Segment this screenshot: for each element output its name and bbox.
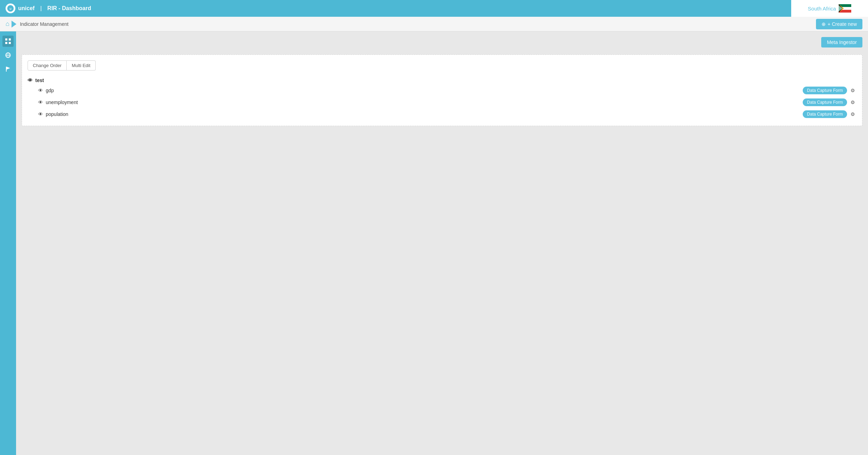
table-row: 👁 gdp Data Capture Form ⚙ — [28, 85, 856, 96]
population-actions: Data Capture Form ⚙ — [803, 110, 856, 118]
unicef-text: unicef — [18, 5, 35, 12]
unemployment-data-capture-button[interactable]: Data Capture Form — [803, 98, 847, 106]
content-area: Meta Ingestor Change Order Multi Edit 👁 … — [16, 31, 868, 455]
indicator-group-header: 👁 test — [28, 76, 856, 85]
create-new-label: + Create new — [827, 21, 857, 27]
population-data-capture-button[interactable]: Data Capture Form — [803, 110, 847, 118]
breadcrumb-arrow — [12, 21, 16, 28]
country-section: South Africa — [791, 0, 868, 17]
population-label: population — [46, 111, 803, 117]
table-row: 👁 unemployment Data Capture Form ⚙ — [28, 96, 856, 108]
population-gear-button[interactable]: ⚙ — [849, 111, 856, 118]
svg-rect-10 — [5, 38, 7, 41]
gdp-gear-button[interactable]: ⚙ — [849, 87, 856, 94]
toolbar: Change Order Multi Edit — [28, 60, 856, 71]
multi-edit-button[interactable]: Multi Edit — [67, 60, 95, 71]
country-flag — [839, 4, 851, 13]
home-icon[interactable]: ⌂ — [6, 20, 9, 28]
indicator-card: Change Order Multi Edit 👁 test 👁 gdp Dat… — [22, 54, 862, 126]
group-eye-icon: 👁 — [28, 78, 32, 83]
sidebar-item-globe[interactable] — [2, 50, 14, 61]
table-row: 👁 population Data Capture Form ⚙ — [28, 108, 856, 120]
unemployment-label: unemployment — [46, 100, 803, 105]
meta-ingestor-button[interactable]: Meta Ingestor — [821, 37, 862, 47]
svg-marker-18 — [7, 67, 10, 69]
svg-rect-12 — [5, 42, 7, 44]
population-eye-icon: 👁 — [38, 111, 43, 117]
gdp-label: gdp — [46, 88, 803, 93]
main-layout: Meta Ingestor Change Order Multi Edit 👁 … — [0, 31, 868, 455]
change-order-button[interactable]: Change Order — [28, 60, 67, 71]
unemployment-actions: Data Capture Form ⚙ — [803, 98, 856, 106]
create-new-button[interactable]: ⊕ + Create new — [816, 19, 862, 29]
gdp-actions: Data Capture Form ⚙ — [803, 87, 856, 94]
card-header-row: Meta Ingestor — [22, 37, 862, 52]
page-title: Indicator Management — [20, 21, 68, 27]
unicef-logo: U — [6, 3, 15, 13]
gdp-eye-icon: 👁 — [38, 88, 43, 93]
breadcrumb-bar: ⌂ Indicator Management ⊕ + Create new — [0, 17, 868, 31]
indicator-group: 👁 test 👁 gdp Data Capture Form ⚙ 👁 unemp… — [28, 76, 856, 120]
brand: U unicef | RIR - Dashboard — [6, 3, 91, 13]
svg-rect-13 — [9, 42, 11, 44]
svg-text:U: U — [9, 8, 11, 10]
navbar: U unicef | RIR - Dashboard Links ▾ Admin… — [0, 0, 868, 17]
unemployment-gear-button[interactable]: ⚙ — [849, 99, 856, 106]
country-name: South Africa — [808, 6, 836, 12]
gdp-data-capture-button[interactable]: Data Capture Form — [803, 87, 847, 94]
unemployment-eye-icon: 👁 — [38, 100, 43, 105]
sidebar-item-flag[interactable] — [2, 64, 14, 75]
svg-rect-11 — [9, 38, 11, 41]
indicator-group-name: test — [35, 78, 44, 83]
brand-divider: | — [40, 5, 42, 12]
create-new-plus: ⊕ — [822, 21, 826, 27]
sidebar — [0, 31, 16, 455]
sidebar-item-grid[interactable] — [2, 36, 14, 47]
brand-title: RIR - Dashboard — [47, 5, 91, 12]
svg-rect-17 — [6, 67, 7, 72]
